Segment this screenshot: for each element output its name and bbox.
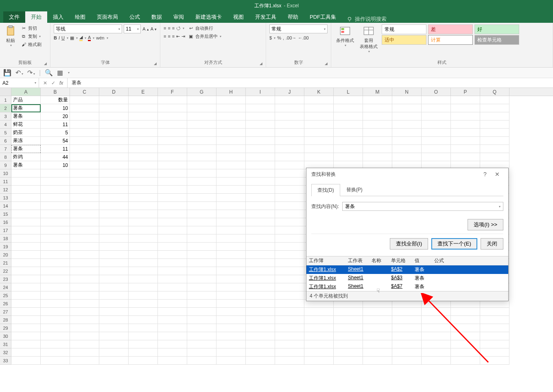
find-next-button[interactable]: 查找下一个(E)	[431, 238, 477, 250]
row-header[interactable]: 17	[0, 226, 11, 234]
qat-btn-2[interactable]: ▦	[57, 69, 63, 77]
cell[interactable]	[11, 340, 41, 348]
cell[interactable]	[158, 161, 187, 169]
cell[interactable]	[275, 194, 304, 202]
cell[interactable]	[187, 357, 216, 365]
copy-button[interactable]: ⧉复制▾	[20, 33, 42, 40]
cell[interactable]	[216, 291, 246, 300]
cell[interactable]	[158, 177, 187, 186]
tab-newtab[interactable]: 新建选项卡	[190, 11, 227, 23]
phonetic-button[interactable]: wén▾	[96, 34, 108, 42]
cell[interactable]: 产品	[11, 96, 41, 104]
name-box[interactable]: A2▾	[0, 78, 39, 88]
cell[interactable]	[275, 357, 304, 365]
cell[interactable]	[41, 308, 70, 316]
cell[interactable]	[129, 137, 158, 145]
row-header[interactable]: 31	[0, 340, 11, 348]
cell[interactable]	[41, 283, 70, 291]
cell[interactable]	[99, 104, 129, 112]
cell[interactable]	[216, 145, 246, 153]
cell[interactable]	[187, 340, 216, 348]
cell[interactable]	[129, 340, 158, 348]
cell[interactable]	[246, 137, 275, 145]
find-all-button[interactable]: 查找全部(I)	[390, 238, 428, 250]
cell[interactable]	[158, 283, 187, 291]
cell[interactable]	[422, 357, 451, 365]
cell[interactable]	[129, 226, 158, 234]
cell[interactable]	[334, 324, 363, 332]
cell[interactable]	[187, 226, 216, 234]
cell[interactable]	[246, 251, 275, 259]
cell[interactable]	[129, 234, 158, 243]
cell[interactable]	[158, 218, 187, 226]
cell[interactable]	[70, 308, 99, 316]
cell[interactable]	[129, 210, 158, 218]
cell[interactable]	[158, 137, 187, 145]
row-header[interactable]: 1	[0, 96, 11, 104]
cell[interactable]	[422, 96, 451, 104]
cell[interactable]	[216, 177, 246, 186]
cell[interactable]	[216, 120, 246, 129]
percent-button[interactable]: %	[277, 34, 281, 42]
cell[interactable]	[99, 332, 129, 340]
cell[interactable]	[363, 308, 392, 316]
row-header[interactable]: 30	[0, 332, 11, 340]
cell[interactable]	[304, 120, 334, 129]
row-header[interactable]: 26	[0, 300, 11, 308]
cell[interactable]	[216, 112, 246, 120]
merge-center-button[interactable]: ▣合并后居中▾	[188, 33, 221, 40]
cell[interactable]	[41, 251, 70, 259]
cell[interactable]	[216, 348, 246, 357]
cell[interactable]	[392, 96, 422, 104]
underline-button[interactable]: U▾	[61, 34, 68, 42]
cell[interactable]	[422, 348, 451, 357]
column-header-E[interactable]: E	[129, 88, 158, 96]
cell[interactable]	[99, 194, 129, 202]
row-header[interactable]: 9	[0, 161, 11, 169]
cell[interactable]	[187, 218, 216, 226]
cell[interactable]	[275, 169, 304, 177]
tell-me-search[interactable]: 操作说明搜索	[347, 15, 387, 23]
tab-view[interactable]: 视图	[227, 11, 249, 23]
cell[interactable]	[363, 129, 392, 137]
row-header[interactable]: 19	[0, 243, 11, 251]
cell[interactable]	[99, 218, 129, 226]
column-header-N[interactable]: N	[392, 88, 422, 96]
cell[interactable]	[129, 120, 158, 129]
cell[interactable]	[158, 324, 187, 332]
accounting-button[interactable]: $▾	[269, 34, 275, 42]
cell[interactable]	[11, 300, 41, 308]
cell[interactable]	[158, 316, 187, 324]
launcher-icon[interactable]: ◢	[260, 61, 262, 66]
cell[interactable]	[246, 308, 275, 316]
cell[interactable]	[99, 251, 129, 259]
align-middle-button[interactable]: ≡	[168, 24, 170, 32]
column-header-H[interactable]: H	[216, 88, 246, 96]
cell[interactable]	[129, 194, 158, 202]
cell[interactable]	[70, 259, 99, 267]
cell[interactable]	[480, 332, 509, 340]
cell[interactable]	[158, 202, 187, 210]
cell[interactable]	[129, 218, 158, 226]
cell[interactable]	[158, 259, 187, 267]
cell[interactable]	[41, 194, 70, 202]
cell[interactable]	[99, 283, 129, 291]
cell[interactable]	[11, 332, 41, 340]
cell[interactable]	[216, 259, 246, 267]
tab-find[interactable]: 查找(D)	[311, 184, 340, 196]
increase-decimal-button[interactable]: .00→	[286, 34, 296, 42]
cell[interactable]	[70, 243, 99, 251]
cell[interactable]	[187, 275, 216, 283]
undo-button[interactable]: ↶▾	[15, 69, 23, 77]
row-header[interactable]: 5	[0, 129, 11, 137]
column-header-C[interactable]: C	[70, 88, 99, 96]
cell[interactable]	[41, 332, 70, 340]
help-button[interactable]: ?	[479, 171, 491, 177]
tab-insert[interactable]: 插入	[47, 11, 69, 23]
cell[interactable]	[158, 145, 187, 153]
cell[interactable]	[41, 243, 70, 251]
column-header-O[interactable]: O	[422, 88, 451, 96]
cell[interactable]	[304, 129, 334, 137]
column-header-P[interactable]: P	[451, 88, 480, 96]
cell[interactable]: 鲜花	[11, 120, 41, 129]
